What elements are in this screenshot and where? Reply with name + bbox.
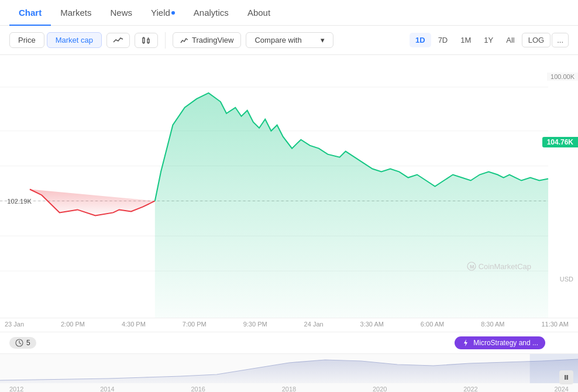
x-label-9: 11:30 AM xyxy=(541,321,568,329)
cmc-logo-icon: M xyxy=(467,262,476,271)
candlestick-icon xyxy=(141,36,152,44)
svg-line-20 xyxy=(19,343,21,344)
svg-text:M: M xyxy=(470,264,474,270)
yield-dot-icon xyxy=(171,11,175,15)
pause-button[interactable] xyxy=(559,370,573,384)
time-1y-button[interactable]: 1Y xyxy=(478,33,499,47)
svg-rect-24 xyxy=(565,375,566,380)
x-label-6: 3:30 AM xyxy=(360,321,384,329)
hist-label-2022: 2022 xyxy=(463,386,477,392)
x-label-0: 23 Jan xyxy=(5,321,24,329)
svg-marker-14 xyxy=(155,93,548,318)
historical-x-axis: 2012 2014 2016 2018 2020 2022 2024 xyxy=(0,386,578,392)
nav-about[interactable]: About xyxy=(238,0,280,26)
nav-yield[interactable]: Yield xyxy=(142,0,184,26)
nav-about-label: About xyxy=(247,8,270,18)
toolbar-divider xyxy=(165,32,166,49)
x-label-1: 2:00 PM xyxy=(61,321,85,329)
time-1d-button[interactable]: 1D xyxy=(410,33,431,47)
lightning-icon xyxy=(462,339,470,347)
time-1m-button[interactable]: 1M xyxy=(455,33,477,47)
current-price-tag: 104.76K xyxy=(542,137,578,147)
x-axis: 23 Jan 2:00 PM 4:30 PM 7:00 PM 9:30 PM 2… xyxy=(0,318,578,332)
tradingview-button[interactable]: TradingView xyxy=(173,32,242,48)
event-bar: 5 MicroStrategy and ... xyxy=(0,332,578,353)
compare-label: Compare with xyxy=(254,36,301,44)
nav-chart-label: Chart xyxy=(19,8,42,18)
x-label-2: 4:30 PM xyxy=(122,321,146,329)
nav-analytics-label: Analytics xyxy=(194,8,229,18)
watermark: M CoinMarketCap xyxy=(467,262,531,271)
microstrategy-event-button[interactable]: MicroStrategy and ... xyxy=(455,336,545,349)
nav-analytics[interactable]: Analytics xyxy=(184,0,238,26)
x-label-7: 6:00 AM xyxy=(421,321,444,329)
svg-rect-0 xyxy=(143,38,144,43)
time-7d-button[interactable]: 7D xyxy=(432,33,454,47)
price-type-group: Price Market cap xyxy=(9,32,102,48)
more-options-button[interactable]: ... xyxy=(552,33,569,47)
chart-toolbar: Price Market cap TradingView Compare wit… xyxy=(0,26,578,55)
watermark-text: CoinMarketCap xyxy=(479,262,531,271)
tradingview-label: TradingView xyxy=(192,36,234,44)
svg-marker-21 xyxy=(464,339,467,346)
hist-label-2012: 2012 xyxy=(9,386,23,392)
current-price-value: 104.76K xyxy=(547,138,573,146)
y-label-100k: 100.00K xyxy=(547,73,578,81)
nav-markets-label: Markets xyxy=(60,8,91,18)
price-button[interactable]: Price xyxy=(9,32,44,48)
chevron-down-icon: ▾ xyxy=(321,36,325,44)
hist-label-2020: 2020 xyxy=(373,386,387,392)
hist-label-2018: 2018 xyxy=(282,386,296,392)
tradingview-icon xyxy=(180,36,188,44)
nav-yield-label: Yield xyxy=(151,8,170,18)
time-range-group: 1D 7D 1M 1Y All LOG ... xyxy=(410,33,569,47)
x-label-4: 9:30 PM xyxy=(243,321,267,329)
microstrategy-label: MicroStrategy and ... xyxy=(473,339,538,347)
currency-label: USD xyxy=(560,276,573,283)
top-nav: Chart Markets News Yield Analytics About xyxy=(0,0,578,26)
candlestick-icon-button[interactable] xyxy=(135,33,158,48)
event-clock-button[interactable]: 5 xyxy=(9,337,36,349)
time-all-button[interactable]: All xyxy=(500,33,520,47)
pause-icon xyxy=(563,374,569,380)
svg-rect-3 xyxy=(147,39,149,43)
nav-news-label: News xyxy=(111,8,133,18)
historical-chart: 2012 2014 2016 2018 2020 2022 2024 xyxy=(0,353,578,392)
price-chart-svg: 102.19K xyxy=(0,55,578,318)
x-label-5: 24 Jan xyxy=(304,321,324,329)
svg-text:102.19K: 102.19K xyxy=(7,198,32,205)
nav-chart[interactable]: Chart xyxy=(9,0,51,26)
line-chart-icon-button[interactable] xyxy=(106,33,130,48)
nav-markets[interactable]: Markets xyxy=(51,0,101,26)
historical-svg xyxy=(0,354,578,383)
event-count: 5 xyxy=(26,339,30,347)
log-button[interactable]: LOG xyxy=(522,33,551,47)
hist-label-2016: 2016 xyxy=(191,386,205,392)
line-chart-icon xyxy=(113,36,123,44)
x-label-3: 7:00 PM xyxy=(183,321,207,329)
x-label-8: 8:30 AM xyxy=(481,321,504,329)
market-cap-button[interactable]: Market cap xyxy=(47,32,102,48)
svg-rect-25 xyxy=(567,375,569,380)
hist-label-2024: 2024 xyxy=(555,386,569,392)
nav-news[interactable]: News xyxy=(101,0,142,26)
compare-button[interactable]: Compare with ▾ xyxy=(246,32,333,48)
hist-label-2014: 2014 xyxy=(100,386,114,392)
clock-icon xyxy=(15,339,23,347)
main-chart: 102.19K 106.00K 104.00K 103.00K 102.00K … xyxy=(0,55,578,318)
